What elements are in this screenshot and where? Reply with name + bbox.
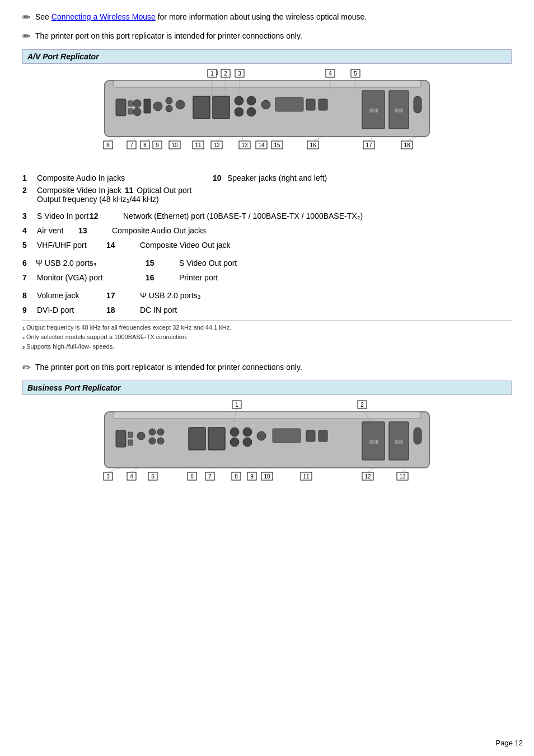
av-num-11-inline: 11 [125,186,134,195]
svg-text:7: 7 [130,142,133,148]
svg-text:9: 9 [250,473,254,480]
svg-rect-32 [318,99,327,110]
note-icon-3: ✏ [22,361,31,374]
svg-text:2: 2 [360,402,364,408]
svg-point-27 [235,107,243,116]
av-num-14: 14 [106,241,118,250]
av-item-1: 1 Composite Audio In jacks [22,173,213,182]
svg-text:11: 11 [195,142,202,148]
business-diagram-wrapper: 1 2 |||||||| ||||||| [65,400,469,503]
svg-line-132 [368,468,373,472]
av-item-5: 5 VHF/UHF port [22,241,106,250]
av-label-4: Air vent [37,226,63,235]
av-label-3: S Video In port [37,212,88,220]
av-port-diagram: ☐ 1 2 3 4 5 [65,68,469,169]
av-num-7: 7 [22,273,34,282]
svg-rect-82 [113,412,421,419]
av-item-12: Network (Ethernet) port (10BASE-T / 100B… [123,212,363,220]
av-label-16: Printer port [179,273,218,282]
av-label-9: DVI-D port [37,306,74,314]
av-row-7: 7 Monitor (VGA) port 16 Printer port [22,273,512,282]
av-item-17: Ψ USB 2.0 ports₃ [140,291,201,300]
svg-rect-83 [116,430,126,447]
av-item-18-num: 18 [106,306,140,314]
av-num-15: 15 [146,259,154,267]
svg-point-25 [235,96,243,105]
svg-text:4: 4 [130,473,133,480]
svg-rect-18 [144,99,151,113]
svg-point-97 [257,431,266,440]
svg-rect-14 [128,101,133,106]
svg-text:1: 1 [210,71,214,77]
av-row-8: 8 Volume jack 17 Ψ USB 2.0 ports₃ [22,291,512,300]
svg-line-131 [132,468,137,472]
av-row-3: 3 S Video In port 12 Network (Ethernet) … [22,212,512,220]
av-item-14: Composite Video Out jack [140,241,231,250]
av-item-9: 9 DVI-D port [22,306,106,314]
av-num-17: 17 [106,291,115,300]
svg-text:6: 6 [190,473,194,480]
svg-rect-84 [128,432,133,438]
svg-text:12: 12 [364,473,371,480]
svg-line-130 [108,468,121,472]
svg-text:4: 4 [329,71,332,77]
business-port-diagram: 1 2 |||||||| ||||||| [65,400,469,503]
av-row-1: 1 Composite Audio In jacks 10 Speaker ja… [22,173,512,182]
svg-rect-98 [273,429,301,443]
note-printer-text-1: The printer port on this port replicator… [35,30,302,42]
av-item-8: 8 Volume jack [22,291,106,300]
footnote-1: ₁ Output frequency is 48 kHz for all fre… [22,324,512,331]
av-label-2-extra: Output frequency (48 kHz₁/44 kHz) [37,195,213,204]
svg-point-96 [243,438,252,447]
av-label-14: Composite Video Out jack [140,241,231,250]
footnote-2: ₂ Only selected models support a 1000BAS… [22,334,512,341]
av-row-2: 2 Composite Video In jack 11 Optical Out… [22,186,512,204]
av-item-14-num: 14 [106,241,140,250]
page-number: Page 12 [496,739,523,747]
svg-text:14: 14 [258,142,265,148]
svg-text:10: 10 [171,142,178,148]
svg-point-95 [230,438,239,447]
svg-line-70 [132,137,137,141]
av-item-15: S Video Out port [179,259,237,267]
svg-rect-105 [414,428,421,444]
av-num-8: 8 [22,291,34,300]
svg-text:17: 17 [366,142,372,148]
av-num-6: 6 [22,259,34,267]
svg-text:3: 3 [238,71,241,77]
av-label-15: S Video Out port [179,259,237,267]
svg-text:7: 7 [208,473,212,480]
svg-rect-91 [189,428,205,450]
svg-point-90 [157,438,164,444]
av-item-12-num: 12 [90,212,123,220]
svg-point-16 [133,100,141,107]
av-item-17-num: 17 [106,291,140,300]
svg-rect-100 [318,430,327,442]
svg-point-94 [243,428,252,436]
svg-text:||||||||: |||||||| [369,439,378,444]
av-num-18: 18 [106,306,115,314]
av-label-8: Volume jack [37,291,79,300]
svg-line-72 [217,137,222,141]
av-num-9: 9 [22,306,34,314]
wireless-mouse-link[interactable]: Connecting a Wireless Mouse [51,12,156,21]
av-item-13-num: 13 [78,226,112,235]
svg-text:16: 16 [310,142,316,148]
svg-text:8: 8 [143,142,147,148]
av-section-header: A/V Port Replicator [22,49,512,64]
svg-text:10: 10 [264,473,270,480]
svg-text:15: 15 [274,142,280,148]
svg-line-71 [145,137,158,141]
note-wireless-mouse: ✏ See Connecting a Wireless Mouse for mo… [22,11,512,24]
svg-rect-24 [213,96,229,119]
svg-rect-15 [128,109,133,114]
svg-rect-99 [306,430,315,442]
av-label-17: USB 2.0 ports₃ [149,291,201,300]
av-items-container: 1 Composite Audio In jacks 10 Speaker ja… [22,173,512,314]
svg-point-28 [247,107,256,116]
note-printer-port-1: ✏ The printer port on this port replicat… [22,30,512,43]
av-item-16: Printer port [179,273,218,282]
av-item-15-num: 15 [146,259,179,267]
note-wireless-mouse-text: See Connecting a Wireless Mouse for more… [35,11,367,23]
svg-point-86 [137,432,145,440]
